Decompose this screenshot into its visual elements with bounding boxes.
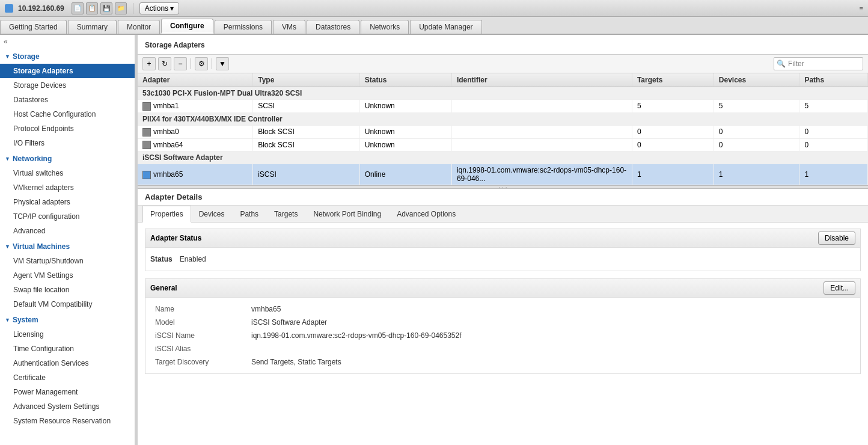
sidebar-item-certificate[interactable]: Certificate: [0, 370, 135, 385]
detail-tab-network-port-binding[interactable]: Network Port Binding: [305, 206, 389, 222]
remove-icon[interactable]: −: [174, 57, 187, 70]
add-icon[interactable]: +: [142, 57, 156, 70]
sidebar-item-io-filters[interactable]: I/O Filters: [0, 136, 135, 150]
refresh-icon[interactable]: ↻: [158, 57, 171, 70]
icon-doc3[interactable]: 💾: [100, 2, 112, 14]
sidebar-collapse[interactable]: «: [0, 35, 135, 48]
storage-adapters-title: Storage Adapters: [138, 35, 868, 55]
adapter-icon: [142, 171, 151, 179]
table-row[interactable]: vmhba64 Block SCSI Unknown 0 0 0: [138, 138, 868, 152]
sidebar-section-networking: ▼ Networking Virtual switches VMkernel a…: [0, 152, 135, 238]
sidebar-item-vmkernel-adapters[interactable]: VMkernel adapters: [0, 180, 135, 195]
group-name-piix4: PIIX4 for 430TX/440BX/MX IDE Controller: [138, 112, 868, 125]
content-toolbar: + ↻ − ⚙ ▼ 🔍: [138, 55, 868, 73]
sidebar-item-advanced-net[interactable]: Advanced: [0, 224, 135, 238]
adapter-targets: 1: [632, 164, 714, 185]
adapter-paths: 0: [799, 125, 868, 138]
edit-button[interactable]: Edit...: [824, 281, 855, 295]
networking-label: Networking: [13, 155, 52, 163]
system-label: System: [13, 316, 38, 324]
tab-monitor[interactable]: Monitor: [118, 20, 160, 34]
adapter-table-container: Adapter Type Status Identifier Targets D…: [138, 73, 868, 185]
detail-tab-devices[interactable]: Devices: [191, 206, 233, 222]
detail-tab-paths[interactable]: Paths: [232, 206, 266, 222]
prop-value-iscsi-name: iqn.1998-01.com.vmware:sc2-rdops-vm05-dh…: [246, 329, 855, 342]
sidebar-item-storage-devices[interactable]: Storage Devices: [0, 78, 135, 93]
sidebar-item-time-config[interactable]: Time Configuration: [0, 342, 135, 356]
sidebar-item-virtual-switches[interactable]: Virtual switches: [0, 166, 135, 180]
prop-label-iscsi-alias: iSCSI Alias: [150, 342, 246, 355]
group-name-iscsi: iSCSI Software Adapter: [138, 152, 868, 164]
config-icon[interactable]: ⚙: [195, 57, 208, 70]
sidebar-item-advanced-sys[interactable]: Advanced System Settings: [0, 399, 135, 414]
sidebar-item-physical-adapters[interactable]: Physical adapters: [0, 195, 135, 209]
detail-tab-targets[interactable]: Targets: [266, 206, 305, 222]
tab-datastores[interactable]: Datastores: [307, 20, 359, 34]
table-row[interactable]: vmhba1 SCSI Unknown 5 5 5: [138, 100, 868, 113]
sidebar-item-auth-services[interactable]: Authentication Services: [0, 356, 135, 370]
sidebar-item-swap-file[interactable]: Swap file location: [0, 283, 135, 297]
prop-row-iscsi-alias: iSCSI Alias: [150, 342, 855, 355]
general-title: General: [150, 284, 177, 292]
sidebar-item-datastores[interactable]: Datastores: [0, 93, 135, 107]
tab-networks[interactable]: Networks: [361, 20, 409, 34]
storage-arrow-icon: ▼: [5, 54, 10, 60]
adapter-status-title-bar: Adapter Status Disable: [145, 229, 860, 248]
sidebar-section-vm-header[interactable]: ▼ Virtual Machines: [0, 239, 135, 254]
disable-button[interactable]: Disable: [818, 232, 855, 245]
icon-doc2[interactable]: 📋: [86, 2, 98, 14]
icon-doc1[interactable]: 📄: [72, 2, 84, 14]
networking-arrow-icon: ▼: [5, 156, 10, 162]
toolbar-sep2: [212, 58, 212, 69]
sidebar-item-agent-vm[interactable]: Agent VM Settings: [0, 268, 135, 283]
tab-getting-started[interactable]: Getting Started: [0, 20, 67, 34]
sidebar-section-storage: ▼ Storage Storage Adapters Storage Devic…: [0, 49, 135, 150]
icon-doc4[interactable]: 📁: [115, 2, 127, 14]
top-bar: 10.192.160.69 📄 📋 💾 📁 Actions ▾ ≡: [0, 0, 868, 17]
adapter-status: Unknown: [359, 138, 451, 152]
nav-tabs: Getting Started Summary Monitor Configur…: [0, 17, 868, 35]
sidebar-item-vm-startup[interactable]: VM Startup/Shutdown: [0, 254, 135, 268]
filter-input[interactable]: [788, 60, 860, 68]
tab-update-manager[interactable]: Update Manager: [410, 20, 481, 34]
top-right-icon[interactable]: ≡: [860, 5, 863, 12]
prop-label-name: Name: [150, 302, 246, 316]
sidebar-item-licensing[interactable]: Licensing: [0, 327, 135, 342]
sidebar-item-tcpip-config[interactable]: TCP/IP configuration: [0, 209, 135, 224]
status-label: Status: [150, 255, 173, 263]
detail-tab-advanced-options[interactable]: Advanced Options: [389, 206, 463, 222]
sidebar-section-storage-header[interactable]: ▼ Storage: [0, 49, 135, 64]
tab-summary[interactable]: Summary: [68, 20, 117, 34]
detail-tabs: Properties Devices Paths Targets Network…: [138, 206, 868, 222]
adapter-name: vmhba1: [138, 100, 253, 113]
general-content: Name vmhba65 Model iSCSI Software Adapte…: [145, 298, 860, 373]
sidebar-item-protocol-endpoints[interactable]: Protocol Endpoints: [0, 121, 135, 136]
sidebar-item-default-vm-compat[interactable]: Default VM Compatibility: [0, 297, 135, 312]
sidebar-item-host-cache[interactable]: Host Cache Configuration: [0, 107, 135, 121]
adapter-paths: 1: [799, 164, 868, 185]
tab-configure[interactable]: Configure: [161, 19, 213, 34]
adapter-targets: 5: [632, 100, 714, 113]
filter-box[interactable]: 🔍: [774, 57, 863, 70]
sidebar-item-power-mgmt[interactable]: Power Management: [0, 385, 135, 399]
adapter-type: SCSI: [253, 100, 360, 113]
adapter-type: Block SCSI: [253, 125, 360, 138]
host-icon: [5, 4, 13, 13]
tab-permissions[interactable]: Permissions: [215, 20, 272, 34]
more-dropdown[interactable]: ▼: [216, 57, 229, 70]
sidebar-item-storage-adapters[interactable]: Storage Adapters: [0, 64, 135, 78]
adapter-table: Adapter Type Status Identifier Targets D…: [138, 73, 868, 185]
sidebar-section-networking-header[interactable]: ▼ Networking: [0, 152, 135, 166]
adapter-name: vmhba65: [138, 164, 253, 185]
tab-vms[interactable]: VMs: [273, 20, 305, 34]
table-row-selected[interactable]: vmhba65 iSCSI Online iqn.1998-01.com.vmw…: [138, 164, 868, 185]
col-type: Type: [253, 73, 360, 87]
sidebar-section-system-header[interactable]: ▼ System: [0, 313, 135, 327]
sidebar-item-sys-resource[interactable]: System Resource Reservation: [0, 414, 135, 428]
prop-value-iscsi-alias: [246, 342, 855, 355]
detail-tab-properties[interactable]: Properties: [142, 206, 191, 222]
prop-value-model: iSCSI Software Adapter: [246, 316, 855, 329]
adapter-status-content: Status Enabled: [145, 248, 860, 271]
table-row[interactable]: vmhba0 Block SCSI Unknown 0 0 0: [138, 125, 868, 138]
actions-button[interactable]: Actions ▾: [139, 2, 179, 14]
